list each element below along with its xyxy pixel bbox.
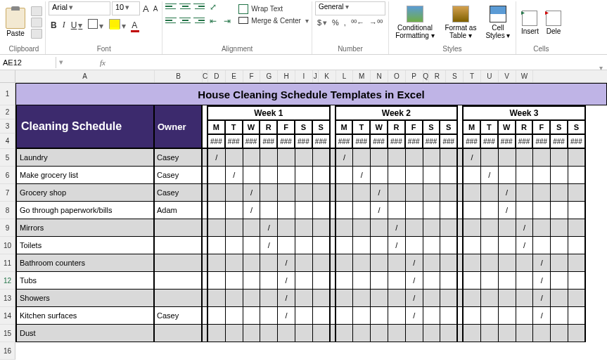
mark-cell[interactable] bbox=[313, 167, 331, 184]
mark-cell[interactable] bbox=[423, 272, 441, 290]
mark-cell[interactable] bbox=[243, 219, 261, 237]
mark-cell[interactable] bbox=[313, 254, 331, 272]
mark-cell[interactable] bbox=[243, 237, 261, 254]
decrease-decimal-button[interactable]: →⁰⁰ bbox=[367, 18, 385, 27]
mark-cell[interactable]: / bbox=[243, 184, 261, 202]
owner-cell[interactable]: Casey bbox=[155, 167, 203, 184]
mark-cell[interactable]: / bbox=[336, 149, 354, 167]
column-header[interactable]: T bbox=[464, 70, 481, 82]
mark-cell[interactable] bbox=[568, 202, 586, 219]
mark-cell[interactable] bbox=[516, 272, 534, 290]
mark-cell[interactable] bbox=[278, 237, 295, 254]
mark-cell[interactable] bbox=[464, 237, 481, 254]
mark-cell[interactable] bbox=[551, 290, 568, 307]
name-box-dropdown-icon[interactable]: ▾ bbox=[56, 58, 66, 67]
mark-cell[interactable] bbox=[516, 184, 534, 202]
mark-cell[interactable] bbox=[481, 237, 499, 254]
mark-cell[interactable] bbox=[568, 272, 586, 290]
mark-cell[interactable] bbox=[423, 219, 441, 237]
comma-button[interactable]: , bbox=[342, 18, 348, 27]
mark-cell[interactable] bbox=[226, 202, 243, 219]
task-cell[interactable]: Showers bbox=[15, 290, 155, 307]
mark-cell[interactable] bbox=[568, 254, 586, 272]
mark-cell[interactable] bbox=[516, 254, 534, 272]
mark-cell[interactable] bbox=[388, 272, 406, 290]
align-left-icon[interactable] bbox=[165, 15, 177, 25]
mark-cell[interactable] bbox=[551, 325, 568, 342]
mark-cell[interactable] bbox=[440, 202, 458, 219]
mark-cell[interactable] bbox=[226, 272, 243, 290]
mark-cell[interactable]: / bbox=[516, 237, 534, 254]
name-box[interactable]: AE12 bbox=[0, 57, 56, 68]
mark-cell[interactable] bbox=[260, 290, 278, 307]
task-cell[interactable]: Kitchen surfaces bbox=[15, 307, 155, 325]
mark-cell[interactable] bbox=[243, 272, 261, 290]
task-cell[interactable]: Toilets bbox=[15, 237, 155, 254]
mark-cell[interactable] bbox=[208, 184, 226, 202]
owner-cell[interactable] bbox=[155, 290, 203, 307]
mark-cell[interactable] bbox=[336, 290, 354, 307]
mark-cell[interactable]: / bbox=[388, 219, 406, 237]
mark-cell[interactable] bbox=[388, 254, 406, 272]
column-header[interactable]: R bbox=[429, 70, 447, 82]
mark-cell[interactable] bbox=[533, 149, 551, 167]
mark-cell[interactable] bbox=[440, 167, 458, 184]
mark-cell[interactable] bbox=[371, 325, 388, 342]
mark-cell[interactable] bbox=[278, 149, 295, 167]
mark-cell[interactable] bbox=[464, 184, 481, 202]
owner-cell[interactable] bbox=[155, 254, 203, 272]
mark-cell[interactable] bbox=[313, 290, 331, 307]
mark-cell[interactable] bbox=[499, 149, 516, 167]
delete-button[interactable]: Dele bbox=[544, 11, 563, 35]
mark-cell[interactable] bbox=[464, 307, 481, 325]
mark-cell[interactable] bbox=[243, 307, 261, 325]
date-hash-cell[interactable]: ### bbox=[516, 134, 534, 149]
mark-cell[interactable] bbox=[336, 237, 354, 254]
mark-cell[interactable] bbox=[336, 202, 354, 219]
column-header[interactable]: P bbox=[406, 70, 423, 82]
mark-cell[interactable] bbox=[208, 272, 226, 290]
mark-cell[interactable] bbox=[440, 325, 458, 342]
date-hash-cell[interactable]: ### bbox=[533, 134, 551, 149]
mark-cell[interactable] bbox=[568, 149, 586, 167]
mark-cell[interactable] bbox=[353, 202, 371, 219]
date-hash-cell[interactable]: ### bbox=[371, 134, 388, 149]
mark-cell[interactable] bbox=[406, 202, 423, 219]
row-header[interactable]: 16 bbox=[0, 342, 15, 360]
mark-cell[interactable] bbox=[353, 307, 371, 325]
mark-cell[interactable]: / bbox=[388, 237, 406, 254]
mark-cell[interactable] bbox=[533, 325, 551, 342]
column-header[interactable]: E bbox=[226, 70, 243, 82]
mark-cell[interactable] bbox=[336, 167, 354, 184]
mark-cell[interactable] bbox=[423, 325, 441, 342]
mark-cell[interactable] bbox=[260, 167, 278, 184]
mark-cell[interactable] bbox=[353, 325, 371, 342]
column-header[interactable]: J bbox=[313, 70, 319, 82]
column-header[interactable]: L bbox=[336, 70, 354, 82]
mark-cell[interactable] bbox=[551, 202, 568, 219]
mark-cell[interactable]: / bbox=[533, 307, 551, 325]
mark-cell[interactable]: / bbox=[533, 272, 551, 290]
mark-cell[interactable] bbox=[295, 149, 313, 167]
mark-cell[interactable] bbox=[516, 325, 534, 342]
task-cell[interactable]: Go through paperwork/bills bbox=[15, 202, 155, 219]
date-hash-cell[interactable]: ### bbox=[313, 134, 331, 149]
mark-cell[interactable] bbox=[371, 307, 388, 325]
date-hash-cell[interactable]: ### bbox=[568, 134, 586, 149]
decrease-indent-icon[interactable]: ⇤ bbox=[207, 15, 219, 27]
mark-cell[interactable] bbox=[313, 202, 331, 219]
percent-button[interactable]: % bbox=[330, 18, 341, 27]
task-cell[interactable]: Dust bbox=[15, 325, 155, 342]
date-hash-cell[interactable]: ### bbox=[226, 134, 243, 149]
mark-cell[interactable] bbox=[406, 237, 423, 254]
mark-cell[interactable] bbox=[243, 167, 261, 184]
mark-cell[interactable] bbox=[295, 290, 313, 307]
mark-cell[interactable]: / bbox=[406, 254, 423, 272]
date-hash-cell[interactable]: ### bbox=[440, 134, 458, 149]
row-header[interactable]: 13 bbox=[0, 290, 15, 307]
mark-cell[interactable] bbox=[481, 149, 499, 167]
mark-cell[interactable]: / bbox=[278, 272, 295, 290]
mark-cell[interactable] bbox=[278, 219, 295, 237]
mark-cell[interactable] bbox=[516, 202, 534, 219]
row-header[interactable]: 6 bbox=[0, 167, 15, 184]
